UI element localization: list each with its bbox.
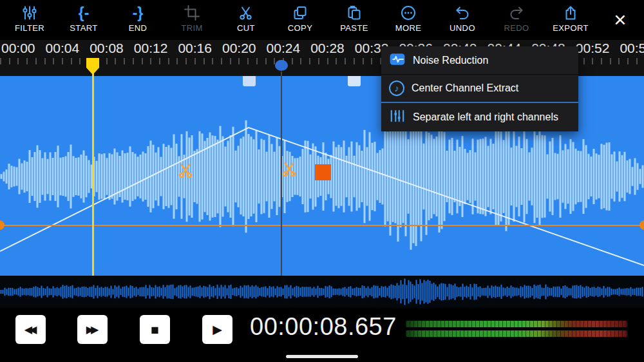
playhead-handle[interactable] [275,60,288,71]
more-button[interactable]: MORE [381,5,435,33]
stop-button[interactable]: ■ [140,315,170,344]
paste-button[interactable]: PASTE [327,5,381,33]
ruler-label: 00:24 [267,41,301,56]
undo-button[interactable]: UNDO [435,5,489,33]
play-button[interactable]: ▶ [202,315,232,344]
music-note-icon: ♪ [389,81,404,96]
menu-item-label: Noise Reduction [413,55,488,66]
cut-marker-scissors-2[interactable] [281,160,298,180]
export-label: EXPORT [553,23,589,33]
menu-item-separate-channels[interactable]: Separate left and right channels [381,103,578,131]
ruler-label: 00:04 [46,41,80,56]
ruler-label: 00:56 [620,41,644,56]
marker-tab-1[interactable] [243,76,256,86]
copy-button[interactable]: COPY [273,5,327,33]
redo-button[interactable]: REDO [489,5,544,33]
rewind-icon: ◀◀ [24,323,37,336]
more-label: MORE [395,23,422,33]
time-display: 00:00:08.657 [250,313,397,341]
filter-label: FILTER [15,23,44,33]
rewind-button[interactable]: ◀◀ [15,315,46,344]
trim-button[interactable]: TRIM [165,5,219,33]
more-dropdown-menu: Noise Reduction ♪ Center Channel Extract… [381,46,578,131]
menu-item-label: Separate left and right channels [413,111,558,123]
overview-strip[interactable] [0,276,644,308]
audio-editor-app: FILTER {- START -} END TRIM [0,0,644,362]
menu-item-center-channel-extract[interactable]: ♪ Center Channel Extract [381,75,578,103]
level-meter-bar-right [406,330,627,337]
level-meter-bar-left [406,321,627,327]
ruler-label: 00:00 [1,41,35,56]
start-label: START [70,23,97,33]
undo-label: UNDO [450,23,475,33]
paste-label: PASTE [340,23,368,33]
redo-label: REDO [504,23,529,33]
paste-icon [346,5,362,21]
close-button[interactable]: × [599,5,641,35]
filter-icon [22,5,37,21]
cut-scissors-icon [238,5,254,21]
marker-tab-2[interactable] [348,76,361,86]
undo-icon [455,5,470,21]
copy-icon [292,5,308,21]
split-channels-icon [389,108,406,127]
copy-label: COPY [288,23,312,33]
end-label: END [129,23,147,33]
ruler-label: 00:08 [90,41,124,56]
fast-forward-button[interactable]: ▶▶ [77,315,108,344]
transport-bar: ◀◀ ▶▶ ■ ▶ 00:00:08.657 [0,308,644,351]
start-button[interactable]: {- START [57,5,111,33]
noise-reduction-icon [389,51,406,70]
ruler-label: 00:20 [222,41,256,56]
ruler-label: 00:12 [134,41,168,56]
cut-marker-scissors-1[interactable] [177,162,194,182]
end-button[interactable]: -} END [111,5,165,33]
toolbar: FILTER {- START -} END TRIM [0,0,644,40]
ruler-label: 00:16 [178,41,212,56]
start-marker-line [92,64,94,276]
export-share-icon [563,5,578,21]
ruler-label: 00:52 [576,41,610,56]
more-ellipsis-icon [401,5,416,21]
set-end-icon: -} [133,5,144,21]
set-start-icon: {- [79,5,90,21]
region-marker-square[interactable] [315,164,331,180]
filter-button[interactable]: FILTER [3,5,57,33]
menu-item-noise-reduction[interactable]: Noise Reduction [381,46,578,75]
volume-line[interactable] [0,225,644,226]
level-meter [406,321,627,340]
cut-button[interactable]: CUT [219,5,273,33]
bottom-bar [0,351,644,362]
ruler-label: 00:28 [310,41,345,56]
trim-crop-icon [184,5,200,21]
menu-item-label: Center Channel Extract [412,82,518,94]
home-indicator [286,355,358,358]
redo-icon [509,5,524,21]
export-button[interactable]: EXPORT [544,5,598,33]
close-icon: × [614,8,626,32]
play-icon: ▶ [213,322,222,337]
stop-icon: ■ [151,322,159,338]
fast-forward-icon: ▶▶ [86,323,99,336]
cut-label: CUT [237,23,255,33]
trim-label: TRIM [181,23,202,33]
overview-waveform [0,276,644,308]
